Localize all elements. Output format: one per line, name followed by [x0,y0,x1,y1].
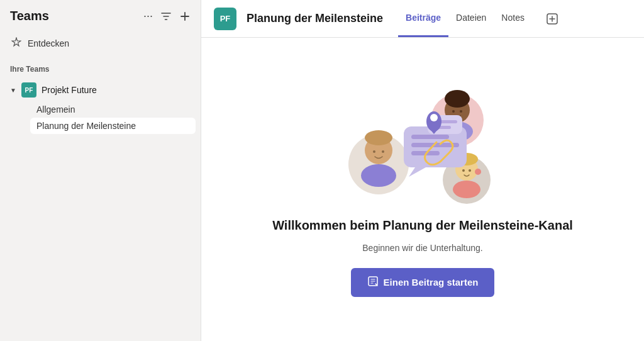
topbar: PF Planung der Meilensteine Beiträge Dat… [201,0,644,38]
team-chevron-icon: ▼ [10,87,16,94]
channel-item-planung[interactable]: Planung der Meilensteine [30,118,196,134]
sidebar: Teams ··· Entdecken Ihre Teams ▼ PF Proj… [0,0,201,341]
tab-notes[interactable]: Notes [494,0,532,37]
svg-point-10 [445,90,470,108]
team-name: Projekt Future [42,85,97,95]
svg-point-17 [475,169,481,175]
tab-dateien[interactable]: Dateien [448,0,494,37]
svg-point-2 [361,164,396,187]
welcome-subtitle: Beginnen wir die Unterhaltung. [362,243,482,253]
start-post-label: Einen Beitrag starten [384,277,479,288]
svg-rect-21 [411,135,449,139]
team-header[interactable]: ▼ PF Projekt Future [5,79,196,101]
topbar-channel-title: Planung der Meilensteine [247,12,383,25]
content-area: Willkommen beim Planung der Meilensteine… [201,38,644,341]
svg-point-5 [373,150,375,153]
svg-marker-24 [409,167,426,177]
channel-list: Allgemein Planung der Meilensteine [5,101,196,134]
svg-point-4 [365,130,392,145]
sidebar-header-icons: ··· [143,9,191,23]
topbar-avatar: PF [214,8,236,30]
channel-item-allgemein[interactable]: Allgemein [30,101,196,118]
start-post-icon [367,276,379,289]
filter-icon[interactable] [160,11,172,22]
start-post-button[interactable]: Einen Beitrag starten [351,268,495,297]
sidebar-title: Teams [10,9,49,23]
section-label: Ihre Teams [10,65,191,74]
sidebar-nav: Entdecken [0,30,201,60]
sidebar-section: Ihre Teams [0,60,201,79]
svg-point-18 [462,169,465,172]
team-avatar: PF [21,82,36,98]
discover-icon [11,37,21,50]
svg-point-11 [452,110,455,113]
svg-point-6 [382,150,384,153]
more-options-icon[interactable]: ··· [143,9,153,23]
sidebar-header: Teams ··· [0,0,201,30]
main-content: PF Planung der Meilensteine Beiträge Dat… [201,0,644,341]
welcome-title: Willkommen beim Planung der Meilensteine… [272,218,573,233]
add-tab-button[interactable] [542,10,562,28]
team-group: ▼ PF Projekt Future Allgemein Planung de… [0,79,201,134]
add-team-icon[interactable] [179,11,191,22]
tab-beitraege[interactable]: Beiträge [398,0,448,37]
discover-label: Entdecken [28,38,69,48]
svg-point-14 [453,181,480,198]
discover-nav-item[interactable]: Entdecken [5,32,196,55]
welcome-illustration [335,82,511,208]
svg-point-19 [469,169,471,172]
svg-point-29 [430,114,438,121]
svg-point-12 [460,110,462,113]
topbar-tabs: Beiträge Dateien Notes [398,0,532,37]
